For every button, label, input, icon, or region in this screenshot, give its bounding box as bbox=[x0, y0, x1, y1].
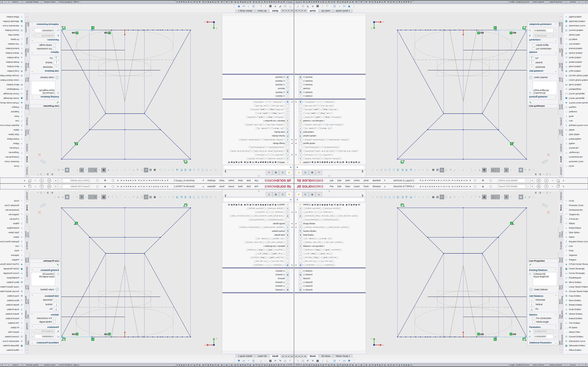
palette-item-copy-entities[interactable]: ⊞Copy Entities bbox=[563, 69, 588, 73]
toolbar-icon[interactable]: ⇩ bbox=[171, 168, 175, 172]
palette-item-center-rectangle[interactable]: ▣Center Rectangle bbox=[0, 266, 25, 271]
propertymanager-tab[interactable]: ⊪ bbox=[279, 170, 286, 175]
toolbar-icon[interactable]: ↩ bbox=[440, 195, 444, 199]
tab-surfaces[interactable]: Surfaces bbox=[559, 142, 562, 153]
bottom-toolbar-icon[interactable]: ◔ bbox=[337, 359, 342, 363]
ok-button[interactable]: ✔ bbox=[527, 263, 558, 267]
toolbar-icon[interactable]: × bbox=[461, 168, 465, 172]
tab-nav-icon[interactable]: |◀ bbox=[291, 9, 294, 12]
bottom-toolbar-icon[interactable]: ✱ bbox=[347, 359, 351, 363]
parameters-header[interactable]: Parameters⌃ bbox=[527, 38, 558, 42]
checkbox-length[interactable] bbox=[53, 44, 56, 47]
toolbar-icon[interactable]: ⌐ bbox=[457, 168, 461, 172]
palette-item-style-spline[interactable]: ≀Style Spline bbox=[563, 230, 588, 235]
toolbar-icon[interactable]: ▱ bbox=[84, 195, 88, 199]
tab-data-migration[interactable]: Data Migration bbox=[25, 47, 30, 60]
palette-item-extend-entities[interactable]: ⊦Extend Entities bbox=[0, 46, 25, 51]
child-close-button[interactable]: × bbox=[550, 173, 551, 176]
dock-right-icon[interactable]: ◨ bbox=[47, 173, 49, 176]
user-account-icon[interactable] bbox=[47, 179, 51, 183]
expand-arrow-icon[interactable]: ▶ bbox=[295, 143, 298, 144]
doc-tab-model[interactable]: Model bbox=[307, 9, 319, 13]
toolbar-icon[interactable]: ⚐ bbox=[110, 195, 114, 199]
toolbar-icon[interactable]: ▱ bbox=[500, 195, 504, 199]
bottom-toolbar-icon[interactable]: ∟ bbox=[325, 4, 330, 9]
bottom-toolbar-icon[interactable]: ∟ bbox=[325, 359, 330, 363]
angle-spinner[interactable]: ▴▾ bbox=[554, 28, 557, 33]
help-icon[interactable]: ? bbox=[544, 179, 548, 183]
tree-item[interactable]: ⌊(-) Sketch1 bbox=[222, 269, 294, 273]
tree-item[interactable]: ▶◷◯ʌ●◎❖25∘Ξ◯∘◯Ξ∘25❖◎●ʌ◯ bbox=[222, 210, 294, 214]
rollback-bar[interactable] bbox=[222, 267, 294, 268]
tab-features[interactable]: Features bbox=[26, 165, 29, 177]
tab-nav-icon[interactable]: |◀ bbox=[291, 355, 294, 358]
toolbar-icon[interactable]: ⊡ bbox=[140, 195, 144, 199]
palette-item-trim-entities[interactable]: ⤫Trim Entities bbox=[0, 42, 25, 46]
relation-item[interactable]: Collinear108 bbox=[32, 273, 54, 275]
toolbar-icon[interactable]: ∙ bbox=[517, 195, 519, 199]
palette-item-fit-spline[interactable]: ◡Fit Spline bbox=[0, 37, 25, 42]
palette-item-3-point-center-recta-[interactable]: ◈3 Point Center Recta... bbox=[563, 262, 588, 266]
palette-item-offset-entities[interactable]: ⌐Offset Entities bbox=[0, 348, 25, 352]
tree-filter-box[interactable]: ▼ bbox=[295, 198, 365, 202]
palette-item-rotate-entities[interactable]: ↻Rotate Entities bbox=[0, 302, 25, 307]
rollback-bar[interactable] bbox=[222, 74, 294, 75]
palette-item-partial-ellipse[interactable]: ◗Partial Ellipse bbox=[0, 137, 25, 141]
collapse-icon[interactable]: ⌃ bbox=[555, 326, 557, 328]
tab-mbd-dimensions[interactable]: MBD Dimensions bbox=[25, 332, 30, 347]
menu-file[interactable]: File bbox=[254, 185, 258, 188]
palette-item-circular-sketch-pattern[interactable]: ⊛Circular Sketch Pattern bbox=[563, 289, 588, 294]
tree-item[interactable]: ▱◯❖ΞƏ9●◯✱◉[◯∘◯]◉✱◯●9ƏΞ❖◯ bbox=[294, 108, 366, 111]
tree-item[interactable]: ▱◯∙◎❖◯✱◉[◯∘◯]◉✱◯❖◎∙◯ bbox=[294, 252, 366, 256]
bottom-toolbar-icon[interactable]: ≡ bbox=[273, 359, 277, 363]
tree-item[interactable]: ⌊(-) Sketch5 bbox=[222, 280, 294, 284]
fix-icon[interactable]: ⚓ bbox=[529, 56, 534, 60]
options-header[interactable]: Options⌃ bbox=[527, 313, 558, 316]
tab-nav-icon[interactable]: ◀ bbox=[287, 9, 291, 12]
rollback-bar[interactable] bbox=[222, 292, 294, 293]
palette-item-perimeter-circle[interactable]: ◌Perimeter Circle bbox=[563, 159, 588, 164]
toolbar-icon[interactable]: ∙ bbox=[70, 195, 71, 199]
menu-window[interactable]: Window bbox=[207, 185, 216, 188]
toolbar-icon[interactable]: ◧ bbox=[396, 195, 400, 199]
palette-item-spline[interactable]: ∿Spline bbox=[563, 235, 588, 239]
palette-item-centerpoint-arc[interactable]: ⌒Centerpoint Arc bbox=[563, 208, 588, 212]
toolbar-icon[interactable]: ◉ bbox=[482, 168, 486, 172]
palette-item-trim-entities[interactable]: ⤫Trim Entities bbox=[563, 321, 588, 325]
palette-item-center-rectangle[interactable]: ▣Center Rectangle bbox=[0, 96, 25, 101]
dock-right-icon[interactable]: ◨ bbox=[47, 191, 49, 194]
palette-item-3-point-arc[interactable]: ◜3 Point Arc bbox=[563, 217, 588, 221]
palette-item-intersection-curve[interactable]: ≋Intersection Curve bbox=[0, 24, 25, 28]
tree-item[interactable]: ❖TЯPDL2. ◉ ƎƐ ◉ Ш ◉ ◉ ◉ ❖ ◉ ƆC ◉ ƎƐ ◉ ∙ … bbox=[294, 203, 366, 207]
palette-item-perimeter-circle[interactable]: ◌Perimeter Circle bbox=[0, 159, 25, 164]
toolbar-icon[interactable]: ◪ bbox=[409, 195, 413, 199]
toolbar-icon[interactable]: ▩ bbox=[65, 168, 69, 172]
tab-evaluate[interactable]: Evaluate bbox=[26, 240, 29, 251]
palette-item-equation-driven-curve[interactable]: ƒEquation Driven Curve bbox=[0, 123, 25, 128]
palette-item-ellipse[interactable]: ⬯Ellipse bbox=[563, 141, 588, 146]
add-relation-vertical[interactable]: ❘Vertical bbox=[527, 60, 558, 65]
confirmation-corner[interactable]: ✎ × bbox=[38, 201, 46, 216]
toolbar-icon[interactable]: ⊥ bbox=[449, 168, 453, 172]
search-input[interactable] bbox=[498, 179, 526, 183]
tab-sketch[interactable]: Sketch bbox=[26, 154, 29, 164]
toolbar-icon[interactable]: 3D bbox=[97, 195, 102, 199]
tab-surfaces[interactable]: Surfaces bbox=[26, 142, 29, 153]
bottom-toolbar-icon[interactable]: ⋮ bbox=[330, 359, 332, 363]
toolbar-icon[interactable]: ⊡ bbox=[140, 168, 144, 172]
toolbar-icon[interactable]: ▩ bbox=[65, 195, 69, 199]
tab-mesh-modeling[interactable]: Mesh Modeling bbox=[25, 292, 30, 306]
expand-icon[interactable]: ⌄ bbox=[31, 23, 33, 25]
palette-item-parallelogram[interactable]: ▱Parallelogram bbox=[0, 275, 25, 280]
toolbar-icon[interactable]: ⌗ bbox=[75, 168, 79, 172]
tree-item[interactable]: ◆Solid Bodies bbox=[294, 130, 366, 134]
toolbar-icon[interactable]: 3D bbox=[487, 168, 491, 172]
pin-icon[interactable]: ◈ bbox=[384, 179, 386, 182]
tree-item[interactable]: ⌊(-) Sketch5 bbox=[222, 83, 294, 87]
tree-item[interactable]: ⌊(-) Sketch5 bbox=[294, 280, 366, 284]
displaymanager-tab[interactable]: ◕ bbox=[316, 192, 322, 197]
toolbar-icon[interactable]: ▾ bbox=[209, 195, 213, 199]
user-account-icon[interactable] bbox=[537, 184, 541, 188]
tree-item[interactable]: ▥◯25❖ƎƐ25◯ИN◎∘❖ƆCƎƐ∪Ǝ25◯∘◯25Ǝ∪ƎƐƆC❖∘◎NИ◯ bbox=[294, 214, 366, 218]
tree-item[interactable]: Σ◯25ИN◎∘❖Α∪³ƎƐ◯∘◯ƎƐ³∪Α❖∘◎NИ25◯ bbox=[222, 123, 294, 126]
